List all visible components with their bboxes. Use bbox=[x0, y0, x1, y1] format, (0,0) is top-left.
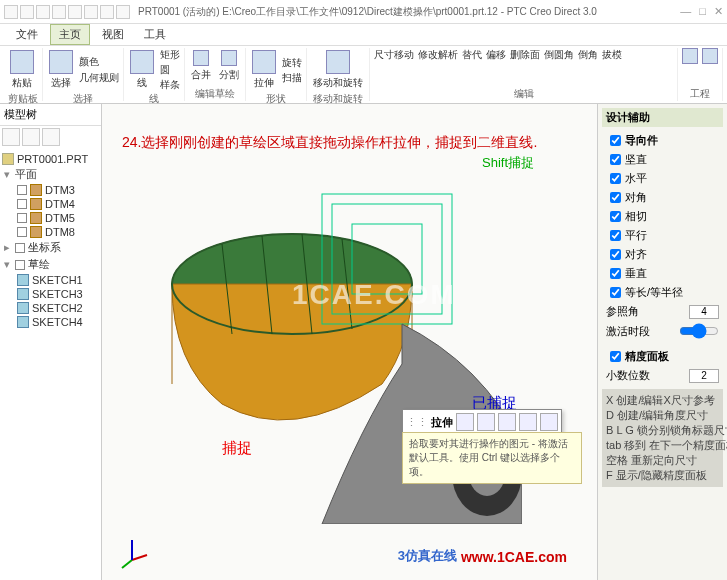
instruction-annotation: 24.选择刚刚创建的草绘区域直接拖动操作杆拉伸，捕捉到二维直线. bbox=[122, 134, 537, 152]
checkbox-icon[interactable] bbox=[15, 260, 25, 270]
tree-item[interactable]: DTM5 bbox=[2, 211, 99, 225]
checkbox[interactable] bbox=[610, 135, 621, 146]
tree-root[interactable]: PRT0001.PRT bbox=[2, 152, 99, 166]
checkbox[interactable] bbox=[610, 173, 621, 184]
tree-item[interactable]: ▾草绘 bbox=[2, 256, 99, 273]
popup-label: 拉伸 bbox=[431, 415, 453, 430]
maximize-icon[interactable]: □ bbox=[699, 5, 706, 18]
checkbox[interactable] bbox=[610, 192, 621, 203]
popup-sweep-icon[interactable] bbox=[498, 413, 516, 431]
checkbox[interactable] bbox=[610, 351, 621, 362]
offset-button[interactable]: 偏移 bbox=[486, 48, 506, 62]
color-button[interactable]: 颜色 bbox=[79, 55, 119, 69]
qat-save-icon[interactable] bbox=[36, 5, 50, 19]
tree-item[interactable]: SKETCH2 bbox=[2, 301, 99, 315]
modify-button[interactable]: 修改解析 bbox=[418, 48, 458, 62]
draft-button[interactable]: 拔模 bbox=[602, 48, 622, 62]
check-vertical[interactable]: 坚直 bbox=[602, 150, 723, 169]
select-button[interactable]: 选择 bbox=[47, 48, 75, 92]
orientation-triad[interactable] bbox=[112, 530, 152, 570]
popup-more-icon[interactable] bbox=[540, 413, 558, 431]
checkbox-icon[interactable] bbox=[17, 213, 27, 223]
tree-item[interactable]: SKETCH1 bbox=[2, 273, 99, 287]
sweep-button[interactable]: 扫描 bbox=[282, 71, 302, 85]
ribbon-group-edit: 尺寸移动 修改解析 替代 偏移 删除面 倒圆角 倒角 拔模 编辑 bbox=[370, 48, 678, 101]
qat-window-icon[interactable] bbox=[100, 5, 114, 19]
eng-icon[interactable] bbox=[682, 48, 698, 64]
expand-icon[interactable]: ▾ bbox=[2, 168, 12, 181]
menu-tools[interactable]: 工具 bbox=[136, 25, 174, 44]
eng-icon2[interactable] bbox=[702, 48, 718, 64]
checkbox-icon[interactable] bbox=[17, 185, 27, 195]
tree-tab-3[interactable] bbox=[42, 128, 60, 146]
tree-item[interactable]: SKETCH4 bbox=[2, 315, 99, 329]
minimize-icon[interactable]: — bbox=[680, 5, 691, 18]
revolve-button[interactable]: 旋转 bbox=[282, 56, 302, 70]
geom-rules-button[interactable]: 几何规则 bbox=[79, 71, 119, 85]
move-rotate-button[interactable]: 移动和旋转 bbox=[311, 48, 365, 92]
check-align[interactable]: 对齐 bbox=[602, 245, 723, 264]
check-equal[interactable]: 等长/等半径 bbox=[602, 283, 723, 302]
decimals-input[interactable] bbox=[689, 369, 719, 383]
model-tree[interactable]: PRT0001.PRT ▾平面 DTM3 DTM4 DTM5 DTM8 ▸坐标系… bbox=[0, 148, 101, 580]
tree-item[interactable]: ▸坐标系 bbox=[2, 239, 99, 256]
checkbox[interactable] bbox=[610, 230, 621, 241]
popup-revolve-icon[interactable] bbox=[477, 413, 495, 431]
qat-redo-icon[interactable] bbox=[68, 5, 82, 19]
grip-icon[interactable]: ⋮⋮ bbox=[406, 416, 428, 429]
title-bar: PRT0001 (活动的) E:\Creo工作目录\工作文件\0912\Dire… bbox=[0, 0, 727, 24]
replace-button[interactable]: 替代 bbox=[462, 48, 482, 62]
delay-slider[interactable] bbox=[679, 323, 719, 339]
checkbox-icon[interactable] bbox=[15, 243, 25, 253]
extrude-button[interactable]: 拉伸 bbox=[250, 48, 278, 92]
tree-item[interactable]: DTM4 bbox=[2, 197, 99, 211]
circle-button[interactable]: 圆 bbox=[160, 63, 180, 77]
expand-icon[interactable]: ▾ bbox=[2, 258, 12, 271]
checkbox[interactable] bbox=[610, 211, 621, 222]
popup-delete-icon[interactable] bbox=[519, 413, 537, 431]
split-button[interactable]: 分割 bbox=[217, 48, 241, 84]
qat-open-icon[interactable] bbox=[20, 5, 34, 19]
check-tangent[interactable]: 相切 bbox=[602, 207, 723, 226]
paste-button[interactable]: 粘贴 bbox=[8, 48, 36, 92]
tree-item[interactable]: DTM8 bbox=[2, 225, 99, 239]
tree-tab-1[interactable] bbox=[2, 128, 20, 146]
tree-item[interactable]: SKETCH3 bbox=[2, 287, 99, 301]
guides-section-check[interactable]: 导向件 bbox=[602, 131, 723, 150]
checkbox-icon[interactable] bbox=[17, 227, 27, 237]
qat-close-icon[interactable] bbox=[116, 5, 130, 19]
qat-regen-icon[interactable] bbox=[84, 5, 98, 19]
merge-button[interactable]: 合并 bbox=[189, 48, 213, 84]
close-icon[interactable]: ✕ bbox=[714, 5, 723, 18]
qat-undo-icon[interactable] bbox=[52, 5, 66, 19]
expand-icon[interactable]: ▸ bbox=[2, 241, 12, 254]
chamfer-button[interactable]: 倒角 bbox=[578, 48, 598, 62]
rect-button[interactable]: 矩形 bbox=[160, 48, 180, 62]
checkbox[interactable] bbox=[610, 249, 621, 260]
tree-item[interactable]: DTM3 bbox=[2, 183, 99, 197]
tree-tab-2[interactable] bbox=[22, 128, 40, 146]
dim-move-button[interactable]: 尺寸移动 bbox=[374, 48, 414, 62]
popup-extrude-icon[interactable] bbox=[456, 413, 474, 431]
qat-new-icon[interactable] bbox=[4, 5, 18, 19]
graphics-canvas[interactable]: 24.选择刚刚创建的草绘区域直接拖动操作杆拉伸，捕捉到二维直线. Shift捕捉… bbox=[102, 104, 597, 580]
checkbox-icon[interactable] bbox=[17, 199, 27, 209]
check-parallel[interactable]: 平行 bbox=[602, 226, 723, 245]
round-button[interactable]: 倒圆角 bbox=[544, 48, 574, 62]
menu-home[interactable]: 主页 bbox=[50, 24, 90, 45]
delete-face-button[interactable]: 删除面 bbox=[510, 48, 540, 62]
check-perpendicular[interactable]: 垂直 bbox=[602, 264, 723, 283]
check-diagonal[interactable]: 对角 bbox=[602, 188, 723, 207]
tree-item[interactable]: ▾平面 bbox=[2, 166, 99, 183]
checkbox[interactable] bbox=[610, 268, 621, 279]
menu-view[interactable]: 视图 bbox=[94, 25, 132, 44]
line-button[interactable]: 线 bbox=[128, 48, 156, 92]
spline-button[interactable]: 样条 bbox=[160, 78, 180, 92]
sketch-icon bbox=[17, 288, 29, 300]
precision-section-check[interactable]: 精度面板 bbox=[602, 347, 723, 366]
menu-file[interactable]: 文件 bbox=[8, 25, 46, 44]
check-horizontal[interactable]: 水平 bbox=[602, 169, 723, 188]
checkbox[interactable] bbox=[610, 287, 621, 298]
checkbox[interactable] bbox=[610, 154, 621, 165]
ref-angle-input[interactable] bbox=[689, 305, 719, 319]
